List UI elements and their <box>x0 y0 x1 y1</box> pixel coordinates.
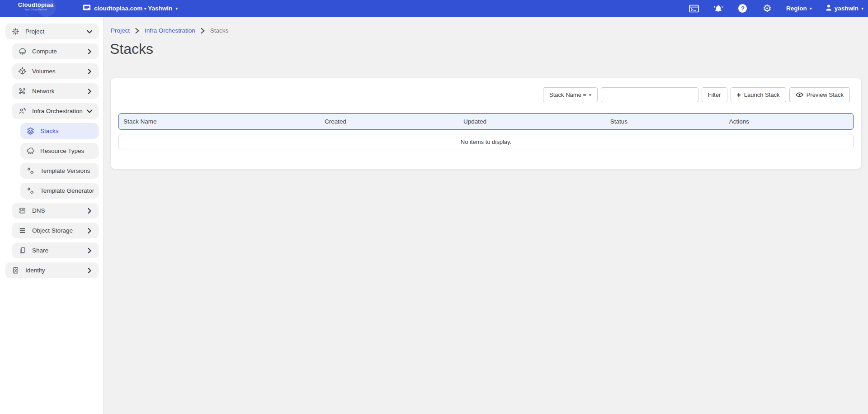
breadcrumb-stacks: Stacks <box>210 27 229 34</box>
sidebar-item-label: Infra Orchestration <box>32 108 87 114</box>
chevron-right-icon <box>201 28 205 33</box>
chevron-right-icon <box>87 89 92 94</box>
sidebar-item-label: Project <box>25 28 87 35</box>
table-empty-row: No items to display. <box>118 134 854 149</box>
column-header-updated: Updated <box>459 118 606 125</box>
chevron-down-icon: ▾ <box>861 6 863 11</box>
sidebar-item-volumes[interactable]: Volumes <box>12 63 99 79</box>
gear-icon[interactable]: ⚙ <box>762 3 773 14</box>
sidebar-item-share[interactable]: Share <box>12 243 99 258</box>
sidebar-item-dns[interactable]: DNS <box>12 203 99 219</box>
table-toolbar: Stack Name = ▾ Filter + Launch Stack <box>543 87 850 102</box>
column-header-status: Status <box>606 118 725 125</box>
breadcrumb-infra-orchestration[interactable]: Infra Orchestration <box>145 27 195 34</box>
window-list-icon <box>83 4 91 13</box>
sidebar-item-template-versions[interactable]: Template Versions <box>20 163 99 179</box>
plus-icon: + <box>737 91 741 99</box>
user-menu-dropdown[interactable]: yashwin ▾ <box>826 4 863 13</box>
chevron-down-icon <box>87 109 92 114</box>
project-context-dropdown[interactable]: cloudtopiaa.com • Yashwin ▾ <box>83 0 178 17</box>
sidebar-item-infra-orchestration[interactable]: Infra Orchestration <box>12 103 99 119</box>
filter-field-label: Stack Name = <box>549 91 586 98</box>
launch-stack-button[interactable]: + Launch Stack <box>731 87 786 102</box>
sidebar-item-template-generator[interactable]: Template Generator <box>20 183 99 199</box>
top-navigation-bar: Cloudtopiaa Your Cloud Partner cloudtopi… <box>0 0 868 17</box>
logo-tagline: Your Cloud Partner <box>11 8 61 11</box>
filter-input[interactable] <box>601 87 698 102</box>
stacks-table-card: Stack Name = ▾ Filter + Launch Stack <box>111 78 861 169</box>
logo-link[interactable]: Cloudtopiaa Your Cloud Partner <box>11 1 61 11</box>
column-header-stack-name: Stack Name <box>119 118 320 125</box>
identity-icon <box>11 266 20 275</box>
template-generator-icon <box>26 186 35 195</box>
dns-icon <box>18 206 27 215</box>
page-title: Stacks <box>110 41 153 57</box>
sidebar-item-identity[interactable]: Identity <box>5 262 99 278</box>
username-label: yashwin <box>835 5 859 12</box>
preview-stack-button[interactable]: Preview Stack <box>789 87 850 102</box>
sidebar-item-label: Compute <box>32 48 87 55</box>
chevron-right-icon <box>87 69 92 74</box>
stacks-layers-icon <box>26 127 35 136</box>
sidebar-item-label: Object Storage <box>32 227 87 234</box>
app-window: Cloudtopiaa Your Cloud Partner cloudtopi… <box>0 0 868 414</box>
chevron-right-icon <box>87 49 92 54</box>
infra-orchestration-icon <box>18 107 27 116</box>
help-icon[interactable]: ? <box>737 3 748 14</box>
sidebar-item-object-storage[interactable]: Object Storage <box>12 223 99 238</box>
volumes-icon <box>18 67 27 76</box>
context-label: cloudtopiaa.com • Yashwin <box>94 5 172 12</box>
sidebar-item-label: Identity <box>25 267 87 274</box>
sidebar-item-label: Resource Types <box>40 148 92 154</box>
region-label: Region <box>786 5 807 12</box>
sidebar-item-label: DNS <box>32 207 87 214</box>
filter-field-dropdown[interactable]: Stack Name = ▾ <box>543 87 598 102</box>
sidebar-item-resource-types[interactable]: Resource Types <box>20 143 99 159</box>
chevron-right-icon <box>87 228 92 233</box>
share-icon <box>18 246 27 255</box>
sidebar-item-project[interactable]: Project <box>5 24 99 39</box>
logo-wordmark: Cloudtopiaa <box>11 1 61 8</box>
sidebar-item-label: Template Versions <box>40 167 92 174</box>
sidebar-item-compute[interactable]: Compute <box>12 43 99 59</box>
sidebar-item-label: Template Generator <box>40 187 94 194</box>
chevron-right-icon <box>87 268 92 273</box>
chevron-right-icon <box>87 248 92 253</box>
chevron-down-icon: ▾ <box>810 6 812 11</box>
sidebar-item-label: Network <box>32 88 87 95</box>
sidebar-item-network[interactable]: Network <box>12 83 99 99</box>
bell-icon[interactable] <box>713 3 724 14</box>
project-icon <box>11 27 20 36</box>
chevron-right-icon <box>87 208 92 214</box>
compute-icon <box>18 47 27 56</box>
sidebar-item-label: Share <box>32 247 87 254</box>
column-header-actions: Actions <box>725 118 853 125</box>
breadcrumb: Project Infra Orchestration Stacks <box>111 27 228 34</box>
topbar-actions: ? ⚙ Region ▾ yashwin ▾ <box>689 0 863 17</box>
chevron-right-icon <box>135 28 139 33</box>
resource-types-icon <box>26 147 35 156</box>
template-versions-icon <box>26 167 35 176</box>
chevron-down-icon: ▾ <box>589 93 591 97</box>
eye-icon <box>796 92 803 97</box>
table-header-row: Stack Name Created Updated Status Action… <box>118 113 854 130</box>
sidebar-nav: Project Compute <box>0 17 104 414</box>
terminal-icon[interactable] <box>689 3 699 14</box>
network-icon <box>18 87 27 96</box>
region-dropdown[interactable]: Region ▾ <box>786 5 812 12</box>
object-storage-icon <box>18 226 27 235</box>
chevron-down-icon: ▾ <box>175 6 178 11</box>
main-content: Project Infra Orchestration Stacks Stack… <box>104 17 868 414</box>
chevron-down-icon <box>87 29 92 34</box>
sidebar-item-label: Volumes <box>32 68 87 75</box>
column-header-created: Created <box>320 118 459 125</box>
user-icon <box>826 4 832 13</box>
sidebar-item-stacks[interactable]: Stacks <box>20 123 99 139</box>
breadcrumb-project[interactable]: Project <box>111 27 130 34</box>
filter-button[interactable]: Filter <box>702 87 727 102</box>
sidebar-item-label: Stacks <box>40 128 92 134</box>
empty-message: No items to display. <box>461 138 511 145</box>
